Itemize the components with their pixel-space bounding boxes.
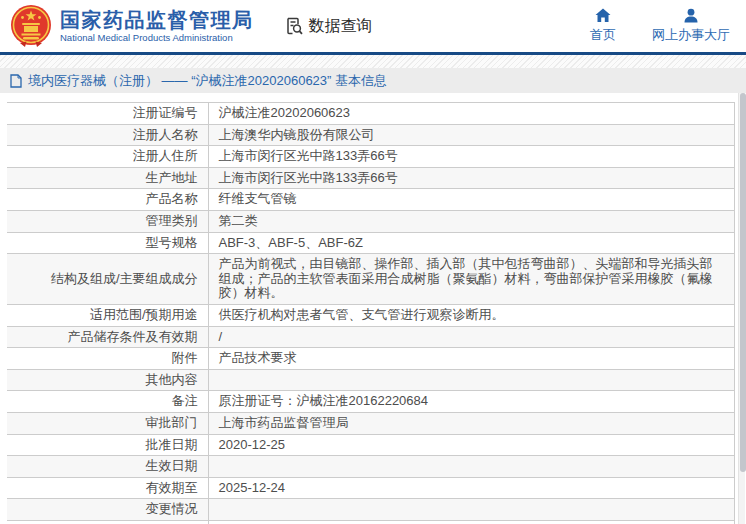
agency-logo[interactable]: 国家药品监督管理局 National Medical Products Admi… bbox=[10, 4, 254, 48]
row-value bbox=[208, 499, 735, 521]
row-value: 2025-12-24 bbox=[208, 477, 735, 499]
breadcrumb: 境内医疗器械（注册） —— “沪械注准20202060623” 基本信息 bbox=[0, 68, 746, 93]
content-area: 注册证编号沪械注准20202060623注册人名称上海澳华内镜股份有限公司注册人… bbox=[0, 93, 746, 524]
row-label: 结构及组成/主要组成成分 bbox=[7, 254, 208, 305]
row-label: 有效期至 bbox=[7, 477, 208, 499]
nav-hall-label: 网上办事大厅 bbox=[652, 26, 730, 44]
hatch-texture bbox=[0, 55, 746, 68]
table-row: 注册人名称上海澳华内镜股份有限公司 bbox=[7, 124, 735, 146]
row-value bbox=[208, 456, 735, 478]
table-row: 注册证编号沪械注准20202060623 bbox=[7, 103, 735, 125]
row-label: 注 bbox=[7, 520, 208, 524]
row-label: 附件 bbox=[7, 348, 208, 370]
top-nav: 首页 网上办事大厅 bbox=[590, 8, 730, 44]
doc-search-icon bbox=[284, 16, 304, 36]
row-label: 生效日期 bbox=[7, 456, 208, 478]
table-row: 型号规格ABF-3、ABF-5、ABF-6Z bbox=[7, 232, 735, 254]
row-label: 产品储存条件及有效期 bbox=[7, 326, 208, 348]
row-label: 注册人名称 bbox=[7, 124, 208, 146]
document-icon bbox=[10, 74, 22, 88]
row-value: 上海市药品监督管理局 bbox=[208, 412, 735, 434]
row-value: 沪械注准20202060623 bbox=[208, 103, 735, 125]
nav-home-label: 首页 bbox=[590, 26, 616, 44]
table-row: 注册人住所上海市闵行区光中路133弄66号 bbox=[7, 146, 735, 168]
table-row: 管理类别第二类 bbox=[7, 210, 735, 232]
row-value: 上海市闵行区光中路133弄66号 bbox=[208, 167, 735, 189]
nav-home[interactable]: 首页 bbox=[590, 8, 616, 44]
row-label: 注册人住所 bbox=[7, 146, 208, 168]
national-emblem-icon bbox=[10, 4, 52, 48]
row-label: 审批部门 bbox=[7, 412, 208, 434]
row-value: 上海市闵行区光中路133弄66号 bbox=[208, 146, 735, 168]
info-table-body: 注册证编号沪械注准20202060623注册人名称上海澳华内镜股份有限公司注册人… bbox=[7, 103, 735, 524]
row-label: 其他内容 bbox=[7, 369, 208, 391]
row-value: 原注册证号：沪械注准20162220684 bbox=[208, 391, 735, 413]
agency-subtitle: National Medical Products Administration bbox=[60, 33, 254, 43]
nav-online-hall[interactable]: 网上办事大厅 bbox=[652, 8, 730, 44]
table-row: 变更情况 bbox=[7, 499, 735, 521]
table-row: 产品名称纤维支气管镜 bbox=[7, 189, 735, 211]
row-value: / bbox=[208, 326, 735, 348]
person-icon bbox=[683, 8, 699, 23]
table-row: 批准日期2020-12-25 bbox=[7, 434, 735, 456]
row-value bbox=[208, 369, 735, 391]
row-value: 产品为前视式，由目镜部、操作部、插入部（其中包括弯曲部）、头端部和导光插头部组成… bbox=[208, 254, 735, 305]
table-row: 结构及组成/主要组成成分产品为前视式，由目镜部、操作部、插入部（其中包括弯曲部）… bbox=[7, 254, 735, 305]
table-row: 适用范围/预期用途供医疗机构对患者气管、支气管进行观察诊断用。 bbox=[7, 304, 735, 326]
table-row: 产品储存条件及有效期/ bbox=[7, 326, 735, 348]
home-icon bbox=[595, 8, 611, 23]
row-label: 型号规格 bbox=[7, 232, 208, 254]
row-value: 2020-12-25 bbox=[208, 434, 735, 456]
table-row: 生效日期 bbox=[7, 456, 735, 478]
row-value: 产品技术要求 bbox=[208, 348, 735, 370]
row-value: 上海澳华内镜股份有限公司 bbox=[208, 124, 735, 146]
row-label: 管理类别 bbox=[7, 210, 208, 232]
row-value: 第二类 bbox=[208, 210, 735, 232]
row-value: 详情 bbox=[208, 520, 735, 524]
scrollbar-thumb[interactable] bbox=[740, 93, 746, 472]
row-label: 产品名称 bbox=[7, 189, 208, 211]
row-label: 备注 bbox=[7, 391, 208, 413]
vertical-scrollbar[interactable] bbox=[738, 93, 745, 524]
row-label: 批准日期 bbox=[7, 434, 208, 456]
table-row: 附件产品技术要求 bbox=[7, 348, 735, 370]
table-row: 生产地址上海市闵行区光中路133弄66号 bbox=[7, 167, 735, 189]
data-query-heading: 数据查询 bbox=[284, 16, 373, 37]
table-row: 审批部门上海市药品监督管理局 bbox=[7, 412, 735, 434]
table-row: 有效期至2025-12-24 bbox=[7, 477, 735, 499]
row-value: 供医疗机构对患者气管、支气管进行观察诊断用。 bbox=[208, 304, 735, 326]
header: 国家药品监督管理局 National Medical Products Admi… bbox=[0, 0, 746, 52]
row-label: 注册证编号 bbox=[7, 103, 208, 125]
agency-title: 国家药品监督管理局 bbox=[60, 9, 254, 31]
data-query-label: 数据查询 bbox=[309, 16, 373, 37]
info-table: 注册证编号沪械注准20202060623注册人名称上海澳华内镜股份有限公司注册人… bbox=[7, 102, 735, 524]
table-row: 备注原注册证号：沪械注准20162220684 bbox=[7, 391, 735, 413]
table-row: 注详情 bbox=[7, 520, 735, 524]
row-label: 适用范围/预期用途 bbox=[7, 304, 208, 326]
row-label: 变更情况 bbox=[7, 499, 208, 521]
row-label: 生产地址 bbox=[7, 167, 208, 189]
row-value: 纤维支气管镜 bbox=[208, 189, 735, 211]
table-row: 其他内容 bbox=[7, 369, 735, 391]
row-value: ABF-3、ABF-5、ABF-6Z bbox=[208, 232, 735, 254]
breadcrumb-text: 境内医疗器械（注册） —— “沪械注准20202060623” 基本信息 bbox=[28, 72, 387, 90]
